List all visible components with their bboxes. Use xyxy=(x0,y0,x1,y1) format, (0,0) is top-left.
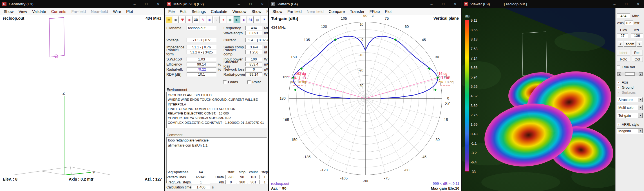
menu-item-edit[interactable]: Edit xyxy=(177,8,189,15)
matching-icon[interactable]: ▦ xyxy=(227,16,233,23)
pattern-title-bar[interactable]: P Pattern (F4) – □ × xyxy=(269,0,461,8)
viewer-3d-scene[interactable]: dBi 9.118.668.187.687.146.565.945.264.52… xyxy=(462,8,615,191)
maximize-icon[interactable]: □ xyxy=(437,0,449,8)
true-rad-checkbox[interactable] xyxy=(617,66,620,69)
open-file-icon[interactable]: ▭ xyxy=(166,16,172,23)
maximize-icon[interactable]: □ xyxy=(620,0,632,8)
tot-gain-dropdown[interactable]: Tot-gain▼ xyxy=(617,113,643,118)
axis-length-field[interactable]: 0.2 xyxy=(625,21,633,25)
help-icon[interactable]: ? xyxy=(261,16,267,23)
menu-item-show[interactable]: Show xyxy=(270,8,285,15)
sweep-value-field[interactable]: -90 xyxy=(225,175,236,179)
magnitude-dropdown[interactable]: Magnitu ▼ xyxy=(617,128,643,134)
rotc-button[interactable]: Rotc xyxy=(617,57,630,62)
wavelength-field[interactable]: 0.691 xyxy=(245,31,262,35)
scroll-right-icon[interactable]: ► xyxy=(639,72,643,76)
elevation-field[interactable]: 27 xyxy=(617,33,628,38)
close-icon[interactable]: × xyxy=(256,0,268,8)
sweep-value-field[interactable]: 90 xyxy=(237,175,247,179)
sweep-value-field[interactable]: 360 xyxy=(237,180,247,184)
menu-item-wire[interactable]: Wire xyxy=(110,8,124,15)
zoom-in-button[interactable]: > xyxy=(637,41,642,47)
menu-item-plot[interactable]: Plot xyxy=(124,8,135,15)
structure-loss-field[interactable]: 853.4 xyxy=(245,62,262,66)
parallel-form-field[interactable]: 51.2 // - j 3425 xyxy=(187,50,216,54)
sweep-value-field[interactable]: 181 xyxy=(248,175,259,179)
viewer-frequency-field[interactable]: 434 xyxy=(617,14,630,18)
menu-item-plot[interactable]: Plot xyxy=(382,8,394,15)
sweep-value-field[interactable]: 0 xyxy=(225,180,236,184)
input-power-field[interactable]: 100 xyxy=(245,57,262,61)
multi-colo-dropdown[interactable]: Multi-colo▼ xyxy=(617,105,643,110)
menu-item-show[interactable]: Show xyxy=(249,8,264,15)
menu-item-currents[interactable]: Currents xyxy=(49,8,69,15)
efficiency-field[interactable]: 99.14 xyxy=(187,62,216,66)
smith-chart-icon[interactable]: ◆ xyxy=(241,16,247,23)
edit-file-icon[interactable]: ✎ xyxy=(200,16,206,23)
menu-item-run[interactable]: Run xyxy=(264,8,269,15)
maximize-icon[interactable]: □ xyxy=(245,0,256,8)
loads-checkbox[interactable] xyxy=(223,80,227,84)
series-comp--field[interactable]: 3.e-4 xyxy=(245,45,262,49)
rdf-db--field[interactable]: 10.1 xyxy=(187,72,216,77)
minimize-icon[interactable]: – xyxy=(426,0,437,8)
network-loss-field[interactable]: 0 xyxy=(245,67,262,71)
arrl-style-checkbox[interactable]: ✓ xyxy=(617,123,620,126)
structure-dropdown[interactable]: Structure▼ xyxy=(617,97,643,102)
ident-button[interactable]: Ident xyxy=(617,50,630,55)
menu-item-file[interactable]: File xyxy=(166,8,177,15)
menu-item-show[interactable]: Show xyxy=(1,8,16,15)
radiat-power-field[interactable]: 99.14 xyxy=(245,72,262,77)
viewer-title-bar[interactable]: V Viewer (F9) [ recloop.out ] – □ × xyxy=(462,0,644,8)
ground-checkbox[interactable]: ✓ xyxy=(617,86,620,89)
minimize-icon[interactable]: – xyxy=(233,0,245,8)
menu-item-compare[interactable]: Compare xyxy=(326,8,348,15)
minimize-icon[interactable]: – xyxy=(609,0,620,8)
copy-window-icon[interactable]: ▣ xyxy=(173,16,179,23)
sweep-value-field[interactable]: 361 xyxy=(248,180,259,184)
run-calc-icon[interactable]: ▶ xyxy=(234,16,240,23)
menu-item-settings[interactable]: Settings xyxy=(189,8,209,15)
close-icon[interactable]: × xyxy=(449,0,461,8)
res-button[interactable]: Res xyxy=(632,50,643,55)
s-w-r-50-field[interactable]: 1.03 xyxy=(187,57,216,61)
close-icon[interactable]: × xyxy=(632,0,644,8)
frequency-field[interactable]: 434 xyxy=(245,26,262,30)
menu-item-window[interactable]: Window xyxy=(230,8,249,15)
axis-checkbox[interactable]: ✓ xyxy=(617,81,620,84)
filename-field[interactable]: recloop.out xyxy=(187,26,216,30)
polar-checkbox[interactable] xyxy=(247,80,251,84)
geometry-icon[interactable]: ◉ xyxy=(207,16,213,23)
voltage-field[interactable]: 71.5 + j 0 V xyxy=(187,38,216,42)
scrollbar-thumb[interactable] xyxy=(625,72,635,76)
scroll-left-icon[interactable]: ◄ xyxy=(617,72,621,76)
3d-view-icon[interactable]: 3D xyxy=(193,16,199,23)
zoom-label[interactable]: zoom xyxy=(624,41,636,47)
maximize-icon[interactable]: □ xyxy=(140,0,152,8)
radial-eff--field[interactable]: 79.22 xyxy=(187,67,216,71)
menu-item-fftab[interactable]: FFtab xyxy=(367,8,383,15)
col-button[interactable]: Col xyxy=(632,57,643,62)
menu-item-transfer[interactable]: Transfer xyxy=(347,8,367,15)
sweep-value-field[interactable]: 1 xyxy=(259,180,269,184)
geometry-canvas[interactable]: recloop.out 434 MHz Z Y xyxy=(0,15,165,183)
menu-item-calculate[interactable]: Calculate xyxy=(208,8,230,15)
far-field-pattern-icon[interactable]: ◉ xyxy=(186,16,192,23)
current-field[interactable]: 1.4 + j 0.02 A xyxy=(245,38,269,42)
rotation-scrollbar[interactable]: ◄ ► xyxy=(617,72,643,76)
sweep-value-field[interactable]: 1 xyxy=(259,175,269,179)
near-field-icon[interactable]: ○ xyxy=(213,16,220,23)
zoom-out-button[interactable]: < xyxy=(618,41,623,47)
menu-item-far-field[interactable]: Far field xyxy=(285,8,304,15)
menu-item-validate[interactable]: Validate xyxy=(30,8,49,15)
geometry-title-bar[interactable]: G Geometry (F3) – □ × xyxy=(0,0,164,8)
pattern-plot-area[interactable]: Tot-gain [dBi] Vertical plane 434 MHz -1… xyxy=(269,15,462,191)
minimize-icon[interactable]: – xyxy=(129,0,140,8)
close-icon[interactable]: × xyxy=(152,0,164,8)
main-title-bar[interactable]: M Main [V5.9.3] (F2) – □ × xyxy=(165,0,268,8)
parallel-comp--field[interactable]: 1.256 xyxy=(245,50,262,54)
antenna-icon[interactable]: Ψ xyxy=(179,16,185,23)
azimuth-field[interactable]: 136 xyxy=(631,33,643,38)
impedance-field[interactable]: 51.1 - j 0.76 xyxy=(187,45,216,49)
menu-item-view[interactable]: View xyxy=(16,8,30,15)
